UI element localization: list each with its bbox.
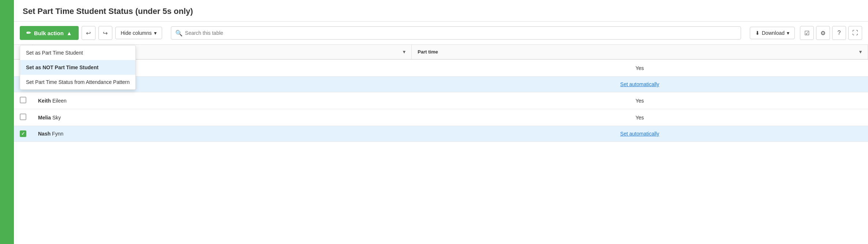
download-label: Download: [762, 30, 785, 36]
search-wrapper: 🔍: [171, 26, 741, 40]
sidebar-bar: [0, 0, 14, 244]
download-chevron-icon: ▾: [787, 30, 789, 36]
pencil-icon: ✏: [26, 30, 31, 36]
undo-icon: ↩: [86, 30, 91, 37]
row-part-time-cell: Yes: [412, 109, 868, 126]
table-row: Nash Fynn Set automatically: [14, 126, 868, 142]
bulk-action-label: Bulk action: [34, 30, 64, 36]
row-name-cell: Nash Fynn: [32, 126, 412, 142]
bulk-action-dropdown: Set as Part Time Student Set as NOT Part…: [20, 45, 136, 90]
dropdown-item-set-from-attendance[interactable]: Set Part Time Status from Attendance Pat…: [20, 75, 135, 89]
toolbar-right-icons: ☑ ⚙ ? ⛶: [800, 26, 862, 40]
row-checkbox-cell[interactable]: [14, 92, 32, 109]
table-row: Melia Sky Yes: [14, 109, 868, 126]
row-checkbox-cell[interactable]: [14, 109, 32, 126]
undo-button[interactable]: ↩: [82, 26, 96, 40]
row-checkbox[interactable]: [20, 97, 26, 103]
table-header-row: ▾ Part time ▾: [14, 45, 868, 59]
page-title-bar: Set Part Time Student Status (under 5s o…: [14, 0, 868, 22]
expand-icon: ⛶: [852, 30, 858, 36]
row-name-cell: Keith Eileen: [32, 92, 412, 109]
table-row: Keith Eileen Yes: [14, 92, 868, 109]
checkmark-box-icon: ☑: [804, 30, 809, 37]
checkmark-box-button[interactable]: ☑: [800, 26, 814, 40]
page-title: Set Part Time Student Status (under 5s o…: [23, 7, 859, 16]
col-header-part-time: Part time ▾: [412, 45, 868, 59]
redo-icon: ↪: [103, 30, 108, 37]
dropdown-item-set-not-part-time[interactable]: Set as NOT Part Time Student: [20, 60, 135, 75]
part-time-col-dropdown-icon[interactable]: ▾: [859, 49, 862, 55]
table-row: Jones Stevie Set automatically: [14, 77, 868, 92]
table-row: Yes: [14, 59, 868, 77]
row-checkbox[interactable]: [20, 114, 26, 120]
download-button[interactable]: ⬇ Download ▾: [750, 27, 795, 39]
question-icon: ?: [838, 30, 841, 36]
gear-icon: ⚙: [820, 30, 826, 37]
hide-columns-button[interactable]: Hide columns ▾: [115, 27, 162, 39]
bulk-action-button[interactable]: ✏ Bulk action ▲: [20, 26, 79, 40]
caret-up-icon: ▲: [67, 30, 72, 36]
table-area: ▾ Part time ▾: [14, 45, 868, 244]
download-arrow-icon: ⬇: [755, 30, 760, 36]
search-input[interactable]: [171, 26, 741, 40]
hide-columns-chevron-icon: ▾: [154, 30, 157, 36]
toolbar: ✏ Bulk action ▲ ↩ ↪ Hide columns ▾ 🔍: [14, 22, 868, 45]
hide-columns-label: Hide columns: [121, 30, 152, 36]
name-col-dropdown-icon[interactable]: ▾: [403, 49, 405, 55]
row-part-time-cell: Yes: [412, 92, 868, 109]
row-checkbox-cell[interactable]: [14, 126, 32, 142]
row-part-time-cell: Yes: [412, 59, 868, 77]
redo-button[interactable]: ↪: [98, 26, 112, 40]
search-icon: 🔍: [175, 30, 183, 37]
help-button[interactable]: ?: [832, 26, 846, 40]
row-name-cell: Melia Sky: [32, 109, 412, 126]
row-part-time-cell: Set automatically: [412, 77, 868, 92]
expand-button[interactable]: ⛶: [848, 26, 862, 40]
dropdown-item-set-part-time[interactable]: Set as Part Time Student: [20, 45, 135, 60]
set-automatically-link[interactable]: Set automatically: [620, 131, 659, 137]
students-table: ▾ Part time ▾: [14, 45, 868, 142]
set-automatically-link[interactable]: Set automatically: [620, 81, 659, 87]
row-checkbox[interactable]: [20, 130, 26, 137]
row-part-time-cell: Set automatically: [412, 126, 868, 142]
settings-button[interactable]: ⚙: [816, 26, 830, 40]
